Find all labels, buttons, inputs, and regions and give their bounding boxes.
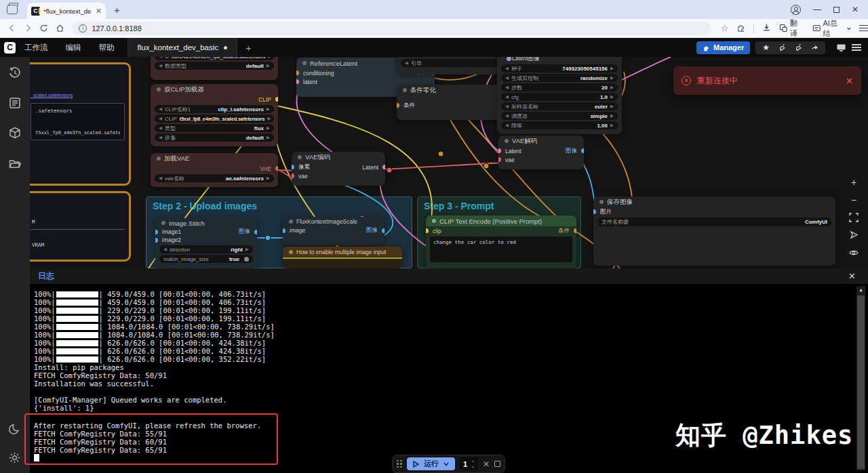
slot-vae-in[interactable]: vae	[498, 155, 584, 164]
bell-icon-1[interactable]	[778, 43, 786, 52]
stepper-arrows-icon[interactable]: ⌃⌄	[471, 461, 475, 468]
slot-clip-out[interactable]: CLIP	[151, 95, 278, 104]
site-info-icon[interactable]: i	[79, 24, 87, 33]
home-icon[interactable]	[52, 24, 68, 33]
ai-summary-button[interactable]: AI总结	[812, 18, 851, 39]
select-cursor-icon[interactable]	[846, 229, 861, 241]
toast-close-icon[interactable]: ✕	[846, 76, 853, 86]
widget-steps[interactable]: ◀步数20▶	[501, 83, 618, 91]
widget-control-after-generate[interactable]: ◀生成后控制randomize▶	[501, 74, 618, 82]
node-vram-selected[interactable]: M VRAM	[30, 191, 131, 262]
drag-handle-icon[interactable]	[397, 460, 402, 468]
comfy-menu-icon[interactable]	[852, 44, 861, 51]
zoom-in-icon[interactable]: +	[846, 176, 861, 188]
tab-close-icon[interactable]: ✕	[96, 7, 102, 16]
slot-image-in[interactable]: 图片	[593, 207, 835, 216]
node-loader-selected[interactable]: _scaled.safetensors .safetensors t5xxl_f…	[30, 62, 131, 186]
widget-filename-prefix[interactable]: 文件名前缀ComfyUI	[597, 218, 831, 226]
share-arrow-icon[interactable]	[810, 43, 818, 52]
log-terminal[interactable]: 100%|| 459.0/459.0 [00:01<00:00, 406.73i…	[30, 285, 868, 473]
address-bar[interactable]: i 127.0.0.1:8188	[72, 22, 711, 35]
window-maximize-button[interactable]	[833, 7, 840, 13]
profile-icon[interactable]	[791, 5, 801, 15]
widget-clip-device[interactable]: ◀设备default▶	[155, 133, 274, 142]
browser-tab[interactable]: C *flux_kontext_de ✕	[27, 3, 106, 19]
widget-unet-name[interactable]: ◀Uflux1-dev-kontext_fp8_scaled.safetenso…	[155, 57, 274, 60]
slot-image1-in[interactable]: image1图像	[155, 228, 257, 236]
widget-clip-name2[interactable]: ◀CLIPt5xxl_fp8_e4m3fn_scaled.safetensors…	[155, 115, 274, 123]
visibility-eye-icon[interactable]	[846, 247, 861, 258]
tab-search-icon[interactable]	[7, 5, 18, 14]
slot-clip-in[interactable]: clip条件	[426, 226, 576, 235]
node-clip-text-encode[interactable]: CLIP Text Encode (Positive Prompt) clip条…	[426, 215, 576, 268]
translate-button[interactable]: 翻译	[779, 18, 804, 39]
widget-dtype[interactable]: ◀数据类型default▶	[155, 62, 274, 70]
node-howto-note[interactable]: How to enable multiple image input	[283, 247, 402, 268]
widget-clip-type[interactable]: ◀类型flux▶	[155, 124, 274, 132]
new-tab-button[interactable]: +	[114, 4, 120, 16]
slot-vae-out[interactable]: VAE	[151, 164, 278, 173]
downloads-icon[interactable]	[762, 23, 771, 33]
node-save-image[interactable]: 保存图像 图片 文件名前缀ComfyUI	[593, 197, 835, 266]
menu-help[interactable]: 帮助	[90, 43, 123, 53]
log-list-icon[interactable]	[8, 96, 22, 112]
zoom-out-icon[interactable]: −	[846, 194, 861, 205]
menu-edit[interactable]: 编辑	[57, 43, 90, 53]
log-scrollbar[interactable]: ▲	[856, 286, 865, 470]
star-icon[interactable]: ★	[762, 43, 770, 52]
window-close-button[interactable]: ✕	[852, 5, 859, 14]
widget-match-image-size[interactable]: match_image_sizetrue	[159, 255, 253, 263]
slot-latent-image-out[interactable]: Latent图像	[497, 57, 622, 63]
folder-icon[interactable]	[8, 157, 22, 173]
node-unet-loader[interactable]: ◀Uflux1-dev-kontext_fp8_scaled.safetenso…	[151, 57, 278, 80]
node-flux-kontext-image-scale[interactable]: FluxKontextImageScale image图像	[283, 217, 384, 245]
bookmark-star-icon[interactable]: ☆	[721, 23, 729, 33]
slot-latent-in[interactable]: Latent图像	[498, 146, 584, 155]
forward-icon[interactable]	[20, 24, 37, 33]
monitor-icon[interactable]	[836, 43, 846, 52]
model-cube-icon[interactable]	[8, 126, 22, 142]
toggle-icon[interactable]	[244, 257, 249, 262]
slot-pixels-in[interactable]: 像素Latent	[292, 163, 385, 171]
browser-menu-icon[interactable]	[859, 25, 868, 32]
widget-scheduler[interactable]: ◀调度器simple▶	[501, 112, 618, 120]
clear-queue-icon[interactable]: ✕	[483, 459, 490, 469]
widget-clip-name1[interactable]: ◀CLIP名称1clip_l.safetensors▶	[155, 105, 274, 113]
log-close-icon[interactable]: ✕	[848, 271, 860, 281]
menu-workflow[interactable]: 工作流	[16, 43, 57, 53]
batch-count-stepper[interactable]: 1 ⌃⌄	[460, 457, 478, 470]
node-canvas[interactable]: Step 2 - Upload images Step 3 - Prompt	[30, 57, 868, 268]
slot-vae-in[interactable]: vae	[292, 171, 385, 180]
widget-seed[interactable]: ◀种子749323050545156▶	[501, 64, 618, 73]
slot-image-in[interactable]: image图像	[283, 226, 384, 234]
comfy-logo[interactable]: C	[4, 42, 16, 54]
node-image-stitch[interactable]: Image Stitch image1图像 image2 ◀directionr…	[155, 218, 257, 268]
manager-button[interactable]: Manager	[696, 41, 750, 54]
stop-icon[interactable]	[494, 461, 500, 467]
widget-denoise[interactable]: ◀降噪1.00▶	[501, 121, 618, 129]
widget-cfg[interactable]: ◀cfg1.0▶	[501, 93, 618, 101]
back-icon[interactable]	[4, 24, 20, 33]
new-workflow-button[interactable]: +	[237, 42, 260, 54]
fit-view-icon[interactable]	[846, 211, 861, 223]
widget-vae-name[interactable]: ◀vae名称ae.safetensors▶	[155, 174, 274, 182]
widget-sampler-name[interactable]: ◀采样器名称euler▶	[501, 102, 618, 110]
settings-gear-icon[interactable]	[8, 451, 21, 467]
run-button[interactable]: 运行	[407, 457, 455, 470]
bell-icon-2[interactable]	[794, 43, 802, 52]
slot-image2-in[interactable]: image2	[155, 236, 257, 244]
reload-icon[interactable]	[36, 24, 52, 33]
widget-direction[interactable]: ◀directionright▶	[159, 245, 253, 253]
scrollbar-thumb[interactable]	[857, 295, 865, 469]
node-vae-encode[interactable]: VAE编码 像素Latent vae	[292, 152, 385, 186]
model-link[interactable]: _scaled.safetensors	[30, 90, 129, 100]
prompt-textarea[interactable]: change the car color to red	[430, 236, 572, 262]
node-dual-clip-loader[interactable]: 双CLIP加载器 CLIP ◀CLIP名称1clip_l.safetensors…	[151, 84, 278, 146]
node-load-vae[interactable]: 加载VAE VAE ◀vae名称ae.safetensors▶	[151, 153, 278, 187]
scroll-up-icon[interactable]: ▲	[856, 286, 865, 295]
theme-moon-icon[interactable]	[8, 423, 21, 438]
extensions-icon[interactable]	[736, 23, 745, 33]
node-vae-decode[interactable]: VAE解码 Latent图像 vae	[498, 136, 584, 169]
window-minimize-button[interactable]: —	[813, 5, 821, 14]
history-icon[interactable]	[8, 66, 22, 83]
